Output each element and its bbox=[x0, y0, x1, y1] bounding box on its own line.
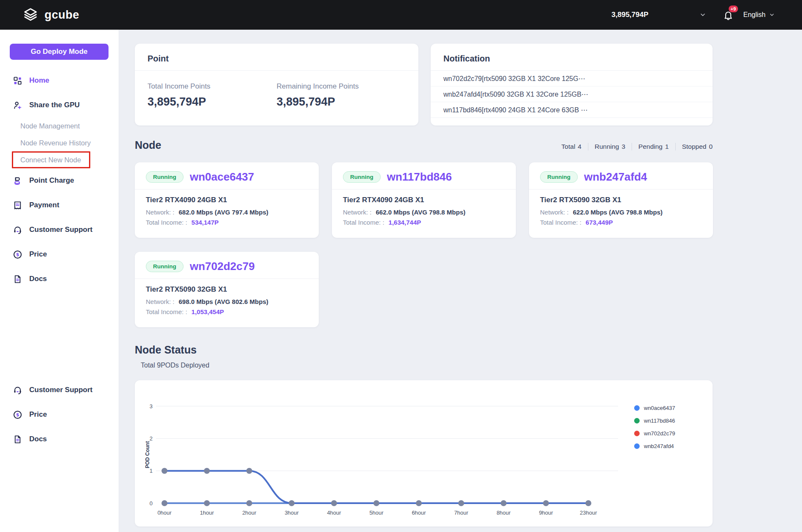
notification-item[interactable]: wn702d2c79[rtx5090 32GB X1 32Core 125G⋯ bbox=[431, 71, 713, 86]
node-card[interactable]: Running wn0ace6437 Tier2 RTX4090 24GB X1… bbox=[135, 162, 319, 238]
sidebar-item-label: Price bbox=[29, 410, 47, 419]
svg-text:9hour: 9hour bbox=[539, 510, 553, 516]
sidebar-footer-item[interactable]: Docs bbox=[0, 427, 119, 451]
notification-text: wn117bd846[rtx4090 24GB X1 24Core 63GB ⋯ bbox=[443, 106, 588, 114]
sidebar: Go Deploy Mode Home Share the GPU bbox=[0, 30, 119, 532]
legend-dot bbox=[634, 431, 640, 436]
main-content: Point Total Income Points 3,895,794P Rem… bbox=[119, 30, 802, 532]
sidebar-footer-item[interactable]: Customer Support bbox=[0, 378, 119, 402]
svg-text:3: 3 bbox=[150, 403, 153, 409]
node-stats: Total 4 Running 3 Pending 1 bbox=[561, 143, 713, 150]
node-spec: Tier2 RTX4090 24GB X1 bbox=[343, 196, 505, 204]
customer-support-icon bbox=[13, 385, 22, 395]
points-display[interactable]: 3,895,794P bbox=[612, 11, 649, 19]
network-label: Network: : bbox=[343, 209, 372, 216]
svg-text:5hour: 5hour bbox=[369, 510, 384, 516]
node-stat-label: Running bbox=[595, 143, 619, 150]
svg-text:6hour: 6hour bbox=[412, 510, 426, 516]
network-label: Network: : bbox=[540, 209, 569, 216]
svg-text:23hour: 23hour bbox=[580, 510, 597, 516]
point-card-title: Point bbox=[148, 54, 406, 64]
legend-dot bbox=[634, 418, 640, 423]
sidebar-item-label: Node Revenue History bbox=[20, 139, 91, 147]
svg-text:POD Count: POD Count bbox=[145, 441, 150, 468]
point-card: Point Total Income Points 3,895,794P Rem… bbox=[135, 44, 418, 125]
sidebar-item-label: Node Management bbox=[20, 122, 80, 130]
node-card[interactable]: Running wn117bd846 Tier2 RTX4090 24GB X1… bbox=[332, 162, 516, 238]
total-income-points-value: 3,895,794P bbox=[148, 95, 277, 109]
sidebar-item[interactable]: Point Charge bbox=[0, 168, 119, 193]
node-card-grid: Running wn0ace6437 Tier2 RTX4090 24GB X1… bbox=[135, 162, 714, 327]
legend-item[interactable]: wn702d2c79 bbox=[634, 430, 675, 437]
node-status-chart-card: 01230hour1hour2hour3hour4hour5hour6hour7… bbox=[135, 380, 713, 526]
payment-icon bbox=[13, 201, 22, 210]
topbar-right: 3,895,794P +9 English bbox=[612, 9, 775, 20]
sidebar-item[interactable]: Connect New Node bbox=[0, 151, 119, 168]
svg-text:1hour: 1hour bbox=[200, 510, 214, 516]
sidebar-item[interactable]: Home bbox=[0, 68, 119, 93]
sidebar-item-label: Payment bbox=[29, 201, 59, 209]
svg-text:7hour: 7hour bbox=[454, 510, 468, 516]
brand[interactable]: gcube bbox=[22, 6, 79, 23]
annotation-highlight-box bbox=[12, 151, 90, 168]
node-stat: Running 3 bbox=[588, 143, 625, 150]
legend-item[interactable]: wnb247afd4 bbox=[634, 443, 675, 449]
pod-count-chart: 01230hour1hour2hour3hour4hour5hour6hour7… bbox=[144, 390, 623, 519]
network-value: 662.0 Mbps (AVG 798.8 Mbps) bbox=[376, 209, 465, 216]
legend-dot bbox=[634, 405, 640, 411]
points-chevron-icon[interactable] bbox=[699, 11, 706, 18]
notification-bell[interactable]: +9 bbox=[723, 9, 734, 20]
sidebar-item[interactable]: Payment bbox=[0, 193, 119, 217]
node-name-link[interactable]: wnb247afd4 bbox=[584, 170, 647, 184]
sidebar-item[interactable]: Node Management bbox=[0, 117, 119, 134]
svg-text:$: $ bbox=[16, 412, 19, 418]
sidebar-item[interactable]: Customer Support bbox=[0, 217, 119, 242]
node-status-title: Node Status bbox=[135, 343, 713, 357]
svg-text:2: 2 bbox=[150, 435, 153, 442]
network-label: Network: : bbox=[146, 209, 175, 216]
status-badge: Running bbox=[343, 171, 381, 183]
sidebar-item[interactable]: Share the GPU bbox=[0, 93, 119, 117]
node-card[interactable]: Running wn702d2c79 Tier2 RTX5090 32GB X1… bbox=[135, 252, 319, 327]
network-label: Network: : bbox=[146, 298, 175, 305]
total-income-points-label: Total Income Points bbox=[148, 82, 277, 91]
total-income-label: Total Income: : bbox=[540, 219, 582, 226]
sidebar-footer-item[interactable]: $ Price bbox=[0, 402, 119, 427]
legend-item[interactable]: wn0ace6437 bbox=[634, 405, 675, 411]
node-stat-label: Pending bbox=[638, 143, 663, 150]
notification-item[interactable]: wn117bd846[rtx4090 24GB X1 24Core 63GB ⋯ bbox=[431, 102, 713, 118]
node-stat-label: Total bbox=[561, 143, 575, 150]
docs-icon bbox=[13, 274, 22, 284]
docs-icon bbox=[13, 435, 22, 444]
notification-item[interactable]: wnb247afd4[rtx5090 32GB X1 32Core 125GB⋯ bbox=[431, 86, 713, 102]
node-name-link[interactable]: wn117bd846 bbox=[387, 170, 452, 184]
sidebar-item[interactable]: Node Revenue History bbox=[0, 134, 119, 151]
network-value: 682.0 Mbps (AVG 797.4 Mbps) bbox=[179, 209, 268, 216]
go-deploy-mode-button[interactable]: Go Deploy Mode bbox=[10, 44, 109, 60]
node-stat-label: Stopped bbox=[682, 143, 707, 150]
sidebar-item[interactable]: Docs bbox=[0, 267, 119, 291]
total-income-label: Total Income: : bbox=[343, 219, 384, 226]
sidebar-footer-nav: Customer Support $ Price Docs bbox=[0, 378, 119, 451]
legend-item[interactable]: wn117bd846 bbox=[634, 418, 675, 424]
status-badge: Running bbox=[146, 261, 184, 272]
notification-count-badge: +9 bbox=[729, 6, 738, 12]
status-badge: Running bbox=[146, 171, 184, 183]
node-name-link[interactable]: wn702d2c79 bbox=[190, 260, 255, 273]
node-status-subtitle: Total 9PODs Deployed bbox=[141, 362, 713, 369]
sidebar-nav: Home Share the GPU Node Management bbox=[0, 68, 119, 291]
node-card[interactable]: Running wnb247afd4 Tier2 RTX5090 32GB X1… bbox=[529, 162, 713, 238]
sidebar-item-label: Point Charge bbox=[29, 176, 74, 185]
language-chevron-icon bbox=[769, 12, 775, 18]
node-stat-value: 3 bbox=[621, 143, 625, 150]
legend-dot bbox=[634, 443, 640, 449]
app-root: gcube 3,895,794P +9 English Go Deploy Mo… bbox=[0, 0, 802, 532]
svg-text:$: $ bbox=[16, 252, 19, 257]
sidebar-item-label: Docs bbox=[29, 275, 47, 283]
total-income-value: 1,634,744P bbox=[389, 219, 421, 226]
gcube-logo-icon bbox=[22, 6, 39, 23]
node-name-link[interactable]: wn0ace6437 bbox=[190, 170, 254, 184]
price-icon: $ bbox=[13, 410, 22, 420]
sidebar-item[interactable]: $ Price bbox=[0, 242, 119, 267]
language-selector[interactable]: English bbox=[744, 11, 775, 19]
